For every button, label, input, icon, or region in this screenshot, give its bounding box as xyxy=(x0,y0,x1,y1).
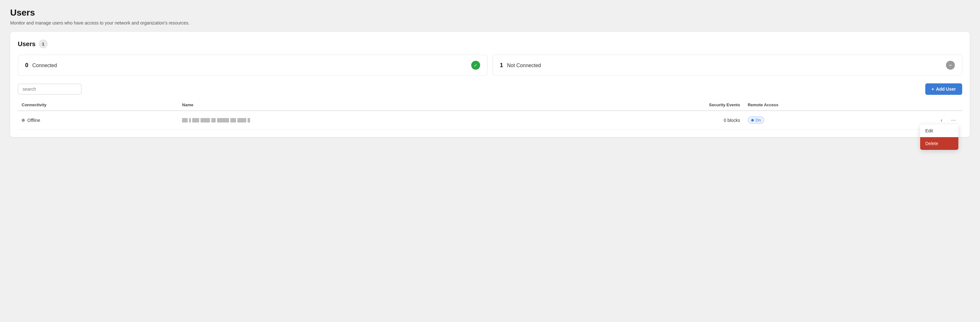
table-row: Offline xyxy=(18,111,962,129)
blur-block-1 xyxy=(182,118,188,123)
actions-header xyxy=(933,100,962,111)
security-events-value: 0 blocks xyxy=(724,118,740,123)
card-title: Users xyxy=(18,40,36,48)
connected-label: Connected xyxy=(32,63,57,68)
connectivity-value: Offline xyxy=(27,118,40,123)
blur-block-2 xyxy=(189,118,191,123)
page-header: Users Monitor and manage users who have … xyxy=(10,8,970,26)
blur-block-5 xyxy=(211,118,216,123)
not-connected-stat-info: 1 Not Connected xyxy=(500,62,541,69)
remote-access-cell: On xyxy=(744,111,933,129)
users-count-badge: 1 xyxy=(39,40,48,48)
edit-menu-item[interactable]: Edit xyxy=(920,124,958,137)
connectivity-cell: Offline xyxy=(18,111,178,129)
check-icon: ✓ xyxy=(474,63,477,68)
search-input[interactable] xyxy=(18,84,81,94)
name-header: Name xyxy=(178,100,553,111)
remote-access-badge: On xyxy=(748,116,764,124)
not-connected-label: Not Connected xyxy=(507,63,541,68)
page-title: Users xyxy=(10,8,970,18)
blur-block-3 xyxy=(192,118,199,123)
connectivity-header: Connectivity xyxy=(18,100,178,111)
offline-dot xyxy=(22,119,25,122)
actions-cell: ‹ ··· Edit Delete xyxy=(933,111,962,129)
blur-block-6 xyxy=(217,118,229,123)
security-events-cell: 0 blocks xyxy=(553,111,744,129)
users-card: Users 1 0 Connected ✓ 1 Not Connected – … xyxy=(10,32,970,137)
connected-stat-card: 0 Connected ✓ xyxy=(18,55,487,76)
context-menu: Edit Delete xyxy=(920,124,958,150)
card-header: Users 1 xyxy=(18,40,962,48)
table-header: Connectivity Name Security Events Remote… xyxy=(18,100,962,111)
remote-access-value: On xyxy=(756,118,761,123)
minus-icon: – xyxy=(949,62,952,68)
more-options-button[interactable]: ··· xyxy=(948,115,958,125)
add-icon: + xyxy=(932,86,934,92)
blur-block-9 xyxy=(248,118,250,123)
page-subtitle: Monitor and manage users who have access… xyxy=(10,21,970,26)
blur-block-7 xyxy=(231,118,236,123)
table-body: Offline xyxy=(18,111,962,129)
not-connected-count: 1 xyxy=(500,62,503,69)
blur-block-8 xyxy=(237,118,246,123)
add-user-label: Add User xyxy=(936,86,956,92)
connected-icon: ✓ xyxy=(471,61,480,70)
stats-row: 0 Connected ✓ 1 Not Connected – xyxy=(18,55,962,76)
remote-access-header: Remote Access xyxy=(744,100,933,111)
add-user-button[interactable]: + Add User xyxy=(925,83,962,95)
not-connected-stat-card: 1 Not Connected – xyxy=(493,55,962,76)
context-menu-wrapper: ··· Edit Delete xyxy=(948,115,958,125)
not-connected-icon: – xyxy=(946,61,955,70)
connected-count: 0 xyxy=(25,62,28,69)
delete-menu-item[interactable]: Delete xyxy=(920,137,958,150)
name-blurred xyxy=(182,118,549,123)
chevron-left-icon: ‹ xyxy=(940,117,942,123)
blur-block-4 xyxy=(200,118,210,123)
users-table: Connectivity Name Security Events Remote… xyxy=(18,100,962,129)
remote-dot xyxy=(751,119,754,121)
name-cell xyxy=(178,111,553,129)
toolbar: + Add User xyxy=(18,83,962,95)
connected-stat-info: 0 Connected xyxy=(25,62,57,69)
security-events-header: Security Events xyxy=(553,100,744,111)
collapse-arrow[interactable]: ‹ xyxy=(937,116,946,125)
